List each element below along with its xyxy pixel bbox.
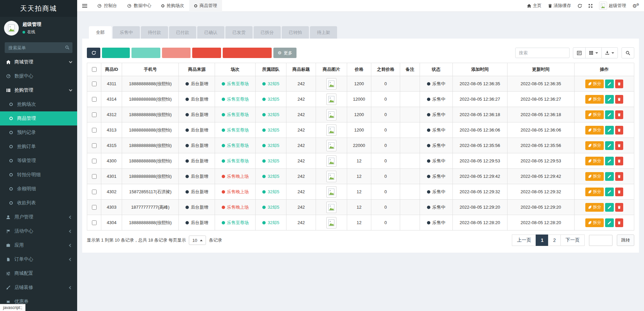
per-page-select[interactable]: 10 bbox=[189, 236, 206, 245]
sidebar-toggle-button[interactable] bbox=[77, 0, 92, 12]
tab-pending-payment[interactable]: 待付款 bbox=[141, 26, 168, 39]
sidebar-item-reservation-records[interactable]: 预约记录 bbox=[0, 125, 77, 140]
split-button[interactable]: 拆分 bbox=[585, 218, 604, 227]
split-button[interactable]: 拆分 bbox=[585, 141, 604, 150]
split-button[interactable]: 拆分 bbox=[585, 172, 604, 181]
row-checkbox[interactable] bbox=[92, 174, 97, 179]
refresh-button[interactable] bbox=[578, 4, 582, 8]
row-checkbox[interactable] bbox=[92, 220, 97, 225]
home-link[interactable]: 主页 bbox=[527, 3, 542, 9]
cell-image bbox=[316, 200, 347, 215]
user-menu[interactable]: 超级管理 bbox=[599, 2, 626, 10]
brand-title[interactable]: 天天拍商城 bbox=[0, 0, 77, 17]
row-checkbox[interactable] bbox=[92, 128, 97, 133]
row-checkbox[interactable] bbox=[92, 82, 97, 86]
split-button[interactable]: 拆分 bbox=[585, 110, 604, 119]
edit-row-button[interactable] bbox=[605, 126, 614, 135]
row-checkbox[interactable] bbox=[92, 97, 97, 102]
sidebar-item-resale-details[interactable]: 转拍分明细 bbox=[0, 168, 77, 182]
row-checkbox[interactable] bbox=[92, 143, 97, 148]
next-page-button[interactable]: 下一页 bbox=[560, 235, 585, 246]
toggle-detail-view-button[interactable] bbox=[573, 47, 586, 58]
more-button[interactable]: ⚙更多 bbox=[273, 48, 297, 58]
nav-tab-flashsale-sessions[interactable]: 抢购场次 bbox=[156, 0, 189, 12]
row-checkbox[interactable] bbox=[92, 190, 97, 194]
tab-to-be-listed[interactable]: 待上架 bbox=[310, 26, 337, 39]
edit-row-button[interactable] bbox=[605, 218, 614, 227]
page-1-button[interactable]: 1 bbox=[536, 235, 548, 246]
split-button[interactable]: 拆分 bbox=[585, 157, 604, 165]
import-button[interactable]: 导入 bbox=[192, 48, 221, 58]
jump-page-input[interactable] bbox=[589, 235, 612, 246]
edit-row-button[interactable] bbox=[605, 141, 614, 150]
sidebar-item-level-mgmt[interactable]: 等级管理 bbox=[0, 154, 77, 168]
sidebar-item-mall-config[interactable]: 商城配置 bbox=[0, 266, 77, 280]
sidebar-item-data-center[interactable]: 数据中心 bbox=[0, 69, 77, 83]
tab-split[interactable]: 已拆分 bbox=[254, 26, 281, 39]
delete-row-button[interactable] bbox=[615, 110, 623, 119]
edit-row-button[interactable] bbox=[605, 157, 614, 165]
tab-all[interactable]: 全部 bbox=[89, 26, 112, 39]
tab-confirmed[interactable]: 已确认 bbox=[197, 26, 224, 39]
delete-row-button[interactable] bbox=[615, 203, 623, 212]
split-button[interactable]: 拆分 bbox=[585, 80, 604, 88]
sidebar-item-apps[interactable]: 应用 bbox=[0, 238, 77, 252]
tab-on-sale[interactable]: 乐售中 bbox=[113, 26, 140, 39]
refresh-table-button[interactable] bbox=[87, 48, 100, 58]
edit-row-button[interactable] bbox=[605, 95, 614, 104]
row-checkbox[interactable] bbox=[92, 159, 97, 163]
tab-resold[interactable]: 已转拍 bbox=[282, 26, 309, 39]
delete-button[interactable]: 删除 bbox=[162, 48, 191, 58]
split-button[interactable]: 拆分 bbox=[585, 95, 604, 104]
row-checkbox[interactable] bbox=[92, 112, 97, 117]
select-all-checkbox[interactable] bbox=[92, 67, 97, 72]
sidebar-item-payment-list[interactable]: 收款列表 bbox=[0, 196, 77, 210]
menu-search-input[interactable] bbox=[5, 42, 72, 53]
delete-row-button[interactable] bbox=[615, 95, 623, 104]
columns-dropdown-button[interactable] bbox=[585, 47, 602, 58]
edit-row-button[interactable] bbox=[605, 188, 614, 196]
nav-tab-console[interactable]: 控制台 bbox=[92, 0, 122, 12]
split-button[interactable]: 拆分 bbox=[585, 188, 604, 196]
edit-row-button[interactable] bbox=[605, 203, 614, 212]
table-search-input[interactable] bbox=[515, 48, 570, 58]
search-submit-button[interactable] bbox=[622, 47, 634, 58]
sidebar-item-flashsale-mgmt[interactable]: 抢购管理 bbox=[0, 83, 77, 97]
nav-tab-data-center[interactable]: 数据中心 bbox=[122, 0, 156, 12]
delete-row-button[interactable] bbox=[615, 218, 623, 227]
sidebar-item-order-center[interactable]: 订单中心 bbox=[0, 252, 77, 266]
sidebar-item-activity-center[interactable]: 活动中心 bbox=[0, 224, 77, 238]
sidebar-item-balance-details[interactable]: 余额明细 bbox=[0, 182, 77, 196]
edit-row-button[interactable] bbox=[605, 172, 614, 181]
nav-tab-product-mgmt[interactable]: 商品管理 bbox=[189, 0, 222, 12]
split-button[interactable]: 拆分 bbox=[585, 203, 604, 212]
fullscreen-button[interactable] bbox=[588, 4, 593, 8]
delete-row-button[interactable] bbox=[615, 141, 623, 150]
tab-paid[interactable]: 已付款 bbox=[169, 26, 196, 39]
prev-page-button[interactable]: 上一页 bbox=[512, 235, 536, 246]
row-checkbox[interactable] bbox=[92, 205, 97, 210]
page-2-button[interactable]: 2 bbox=[548, 235, 561, 246]
sidebar-item-user-mgmt[interactable]: 用户管理 bbox=[0, 210, 77, 224]
delete-row-button[interactable] bbox=[615, 80, 623, 88]
edit-row-button[interactable] bbox=[605, 110, 614, 119]
sidebar-item-flashsale-orders[interactable]: 抢购订单 bbox=[0, 140, 77, 154]
delete-row-button[interactable] bbox=[615, 172, 623, 181]
split-button[interactable]: 拆分 bbox=[585, 126, 604, 135]
export-dropdown-button[interactable] bbox=[601, 47, 618, 58]
delete-row-button[interactable] bbox=[615, 126, 623, 135]
delete-row-button[interactable] bbox=[615, 188, 623, 196]
delete-row-button[interactable] bbox=[615, 157, 623, 165]
tab-shipped[interactable]: 已发货 bbox=[225, 26, 253, 39]
settings-button[interactable]: ⚙⚙ bbox=[633, 3, 639, 9]
sidebar-item-mall-mgmt[interactable]: 商城管理 bbox=[0, 55, 77, 69]
edit-row-button[interactable] bbox=[605, 80, 614, 88]
sidebar-item-product-mgmt[interactable]: 商品管理 bbox=[0, 111, 77, 125]
clear-cache-button[interactable]: 清除缓存 bbox=[548, 3, 571, 9]
add-button[interactable]: +添加 bbox=[102, 48, 130, 58]
edit-button[interactable]: 编辑 bbox=[131, 48, 160, 58]
jump-button[interactable]: 跳转 bbox=[617, 235, 634, 246]
sidebar-item-flashsale-sessions[interactable]: 抢购场次 bbox=[0, 97, 77, 111]
reset-today-data-button[interactable]: 重置当日抢购数据 bbox=[223, 48, 272, 58]
sidebar-item-shop-decoration[interactable]: 店铺装修 bbox=[0, 280, 77, 295]
